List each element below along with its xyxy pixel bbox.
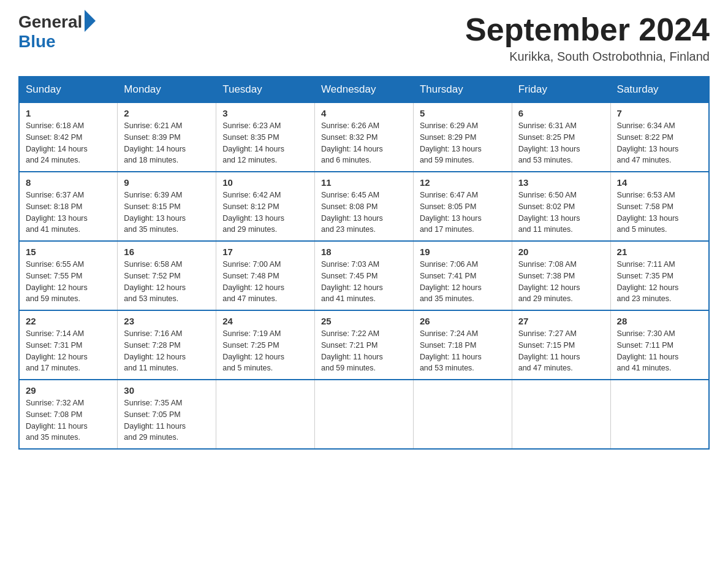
calendar-cell: [512, 380, 610, 449]
day-info: Sunrise: 6:31 AMSunset: 8:25 PMDaylight:…: [518, 120, 604, 166]
day-number: 22: [26, 316, 111, 326]
calendar-cell: 18Sunrise: 7:03 AMSunset: 7:45 PMDayligh…: [315, 241, 414, 310]
day-info: Sunrise: 6:37 AMSunset: 8:18 PMDaylight:…: [26, 190, 111, 236]
calendar-cell: 5Sunrise: 6:29 AMSunset: 8:29 PMDaylight…: [413, 102, 512, 172]
day-info: Sunrise: 7:24 AMSunset: 7:18 PMDaylight:…: [420, 328, 506, 374]
day-number: 16: [124, 247, 210, 257]
weekday-header-row: SundayMondayTuesdayWednesdayThursdayFrid…: [19, 77, 709, 102]
day-info: Sunrise: 6:18 AMSunset: 8:42 PMDaylight:…: [26, 120, 111, 166]
day-info: Sunrise: 7:06 AMSunset: 7:41 PMDaylight:…: [420, 259, 506, 305]
calendar-cell: 25Sunrise: 7:22 AMSunset: 7:21 PMDayligh…: [315, 310, 414, 380]
calendar-cell: 20Sunrise: 7:08 AMSunset: 7:38 PMDayligh…: [512, 241, 610, 310]
day-info: Sunrise: 6:47 AMSunset: 8:05 PMDaylight:…: [420, 190, 506, 236]
calendar-cell: 22Sunrise: 7:14 AMSunset: 7:31 PMDayligh…: [19, 310, 118, 380]
calendar-cell: 9Sunrise: 6:39 AMSunset: 8:15 PMDaylight…: [118, 172, 216, 241]
day-info: Sunrise: 6:42 AMSunset: 8:12 PMDaylight:…: [222, 190, 308, 236]
day-number: 21: [617, 247, 702, 257]
calendar-cell: 2Sunrise: 6:21 AMSunset: 8:39 PMDaylight…: [118, 102, 216, 172]
day-number: 1: [26, 108, 111, 118]
calendar-week-row: 29Sunrise: 7:32 AMSunset: 7:08 PMDayligh…: [19, 380, 709, 449]
day-info: Sunrise: 6:45 AMSunset: 8:08 PMDaylight:…: [321, 190, 407, 236]
calendar-cell: [315, 380, 414, 449]
calendar-week-row: 15Sunrise: 6:55 AMSunset: 7:55 PMDayligh…: [19, 241, 709, 310]
calendar-cell: 11Sunrise: 6:45 AMSunset: 8:08 PMDayligh…: [315, 172, 414, 241]
day-info: Sunrise: 6:26 AMSunset: 8:32 PMDaylight:…: [321, 120, 407, 166]
month-title: September 2024: [465, 12, 710, 47]
day-info: Sunrise: 6:55 AMSunset: 7:55 PMDaylight:…: [26, 259, 111, 305]
calendar-cell: 4Sunrise: 6:26 AMSunset: 8:32 PMDaylight…: [315, 102, 414, 172]
calendar-cell: 30Sunrise: 7:35 AMSunset: 7:05 PMDayligh…: [118, 380, 216, 449]
calendar-cell: 7Sunrise: 6:34 AMSunset: 8:22 PMDaylight…: [610, 102, 709, 172]
calendar-cell: 26Sunrise: 7:24 AMSunset: 7:18 PMDayligh…: [413, 310, 512, 380]
day-number: 5: [420, 108, 506, 118]
calendar-week-row: 1Sunrise: 6:18 AMSunset: 8:42 PMDaylight…: [19, 102, 709, 172]
day-info: Sunrise: 6:39 AMSunset: 8:15 PMDaylight:…: [124, 190, 210, 236]
day-number: 2: [124, 108, 210, 118]
calendar-cell: 10Sunrise: 6:42 AMSunset: 8:12 PMDayligh…: [216, 172, 315, 241]
day-number: 14: [617, 177, 702, 188]
calendar-cell: 17Sunrise: 7:00 AMSunset: 7:48 PMDayligh…: [216, 241, 315, 310]
day-info: Sunrise: 7:27 AMSunset: 7:15 PMDaylight:…: [518, 328, 604, 374]
logo: General Blue: [18, 12, 96, 52]
day-number: 20: [518, 247, 604, 257]
day-info: Sunrise: 7:03 AMSunset: 7:45 PMDaylight:…: [321, 259, 407, 305]
day-info: Sunrise: 6:29 AMSunset: 8:29 PMDaylight:…: [420, 120, 506, 166]
calendar-cell: 3Sunrise: 6:23 AMSunset: 8:35 PMDaylight…: [216, 102, 315, 172]
day-number: 8: [26, 177, 111, 188]
day-info: Sunrise: 6:23 AMSunset: 8:35 PMDaylight:…: [222, 120, 308, 166]
day-info: Sunrise: 7:00 AMSunset: 7:48 PMDaylight:…: [222, 259, 308, 305]
day-info: Sunrise: 6:34 AMSunset: 8:22 PMDaylight:…: [617, 120, 702, 166]
title-block: September 2024 Kurikka, South Ostrobothn…: [465, 12, 710, 64]
day-number: 3: [222, 108, 308, 118]
calendar-cell: 29Sunrise: 7:32 AMSunset: 7:08 PMDayligh…: [19, 380, 118, 449]
day-info: Sunrise: 7:08 AMSunset: 7:38 PMDaylight:…: [518, 259, 604, 305]
day-number: 19: [420, 247, 506, 257]
day-info: Sunrise: 7:19 AMSunset: 7:25 PMDaylight:…: [222, 328, 308, 374]
day-number: 17: [222, 247, 308, 257]
calendar-cell: 27Sunrise: 7:27 AMSunset: 7:15 PMDayligh…: [512, 310, 610, 380]
day-info: Sunrise: 7:22 AMSunset: 7:21 PMDaylight:…: [321, 328, 407, 374]
calendar-cell: 14Sunrise: 6:53 AMSunset: 7:58 PMDayligh…: [610, 172, 709, 241]
day-number: 13: [518, 177, 604, 188]
day-number: 12: [420, 177, 506, 188]
day-info: Sunrise: 7:35 AMSunset: 7:05 PMDaylight:…: [124, 397, 210, 443]
day-number: 11: [321, 177, 407, 188]
day-number: 9: [124, 177, 210, 188]
day-number: 30: [124, 385, 210, 396]
logo-general-text: General: [18, 12, 82, 32]
day-number: 7: [617, 108, 702, 118]
calendar-cell: 1Sunrise: 6:18 AMSunset: 8:42 PMDaylight…: [19, 102, 118, 172]
day-number: 29: [26, 385, 111, 396]
day-number: 4: [321, 108, 407, 118]
day-number: 26: [420, 316, 506, 326]
calendar-table: SundayMondayTuesdayWednesdayThursdayFrid…: [18, 76, 710, 450]
day-info: Sunrise: 6:58 AMSunset: 7:52 PMDaylight:…: [124, 259, 210, 305]
day-number: 18: [321, 247, 407, 257]
weekday-header-monday: Monday: [118, 77, 216, 102]
day-number: 10: [222, 177, 308, 188]
day-number: 15: [26, 247, 111, 257]
calendar-cell: 16Sunrise: 6:58 AMSunset: 7:52 PMDayligh…: [118, 241, 216, 310]
calendar-cell: 19Sunrise: 7:06 AMSunset: 7:41 PMDayligh…: [413, 241, 512, 310]
calendar-cell: [610, 380, 709, 449]
calendar-cell: 8Sunrise: 6:37 AMSunset: 8:18 PMDaylight…: [19, 172, 118, 241]
day-info: Sunrise: 7:11 AMSunset: 7:35 PMDaylight:…: [617, 259, 702, 305]
weekday-header-wednesday: Wednesday: [315, 77, 414, 102]
day-info: Sunrise: 7:32 AMSunset: 7:08 PMDaylight:…: [26, 397, 111, 443]
day-number: 23: [124, 316, 210, 326]
weekday-header-friday: Friday: [512, 77, 610, 102]
calendar-cell: 13Sunrise: 6:50 AMSunset: 8:02 PMDayligh…: [512, 172, 610, 241]
logo-triangle-icon: [85, 10, 96, 32]
calendar-header: SundayMondayTuesdayWednesdayThursdayFrid…: [19, 77, 709, 102]
logo-blue-text: Blue: [18, 32, 56, 52]
day-info: Sunrise: 6:53 AMSunset: 7:58 PMDaylight:…: [617, 190, 702, 236]
calendar-cell: 28Sunrise: 7:30 AMSunset: 7:11 PMDayligh…: [610, 310, 709, 380]
location-text: Kurikka, South Ostrobothnia, Finland: [465, 50, 710, 64]
calendar-cell: 6Sunrise: 6:31 AMSunset: 8:25 PMDaylight…: [512, 102, 610, 172]
day-number: 27: [518, 316, 604, 326]
calendar-cell: [216, 380, 315, 449]
day-info: Sunrise: 6:50 AMSunset: 8:02 PMDaylight:…: [518, 190, 604, 236]
calendar-cell: 12Sunrise: 6:47 AMSunset: 8:05 PMDayligh…: [413, 172, 512, 241]
weekday-header-sunday: Sunday: [19, 77, 118, 102]
weekday-header-saturday: Saturday: [610, 77, 709, 102]
